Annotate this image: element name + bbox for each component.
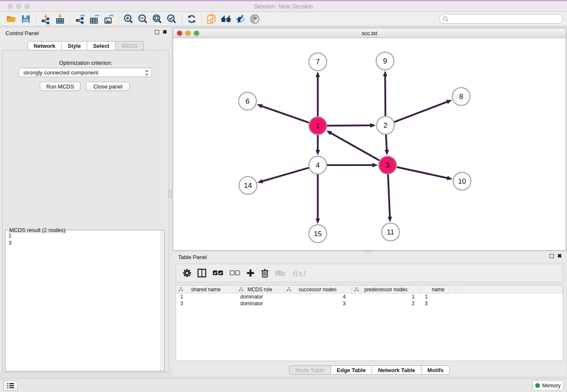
control-panel-header: Control Panel ✖ [0, 28, 171, 38]
zoom-fit-button[interactable] [150, 13, 165, 25]
delete-column-button[interactable] [261, 268, 269, 278]
edge-4-14[interactable] [262, 168, 309, 181]
table-panel-title: Table Panel [178, 254, 207, 260]
node-label-2: 2 [383, 121, 387, 130]
control-panel-title: Control Panel [6, 30, 39, 36]
arrowhead-3-11 [388, 217, 392, 222]
cell-shared-name: 3 [176, 300, 236, 307]
zoom-out-button[interactable] [136, 13, 150, 25]
tab-mcds[interactable]: MCDS [116, 41, 144, 50]
import-network-button[interactable] [39, 13, 53, 25]
select-all-icon [212, 270, 223, 276]
mcds-result-box: MCDS result (2 nodes) 13 [5, 230, 165, 371]
tab-motifs[interactable]: Motifs [421, 365, 450, 375]
edge-1-6[interactable] [261, 106, 309, 123]
create-column-button[interactable] [246, 269, 255, 277]
arrowhead-1-7 [316, 72, 320, 77]
node-label-14: 14 [244, 182, 252, 190]
vertical-splitter-handle[interactable] [168, 190, 172, 198]
memory-button[interactable]: Memory [532, 380, 564, 391]
first-neighbors-icon [220, 14, 232, 25]
cell-predecessor-nodes: 2 [352, 300, 421, 307]
column-pane-icon [197, 268, 206, 278]
tab-network[interactable]: Network [28, 41, 62, 50]
tab-edge-table[interactable]: Edge Table [331, 365, 372, 375]
column-header-shared-name[interactable]: shared name [176, 285, 236, 293]
import-table-button[interactable] [53, 13, 67, 25]
delete-table-icon [275, 269, 286, 277]
edge-2-3[interactable] [386, 135, 387, 151]
first-neighbors-button[interactable] [219, 13, 233, 25]
node-table[interactable]: shared nameMCDS rolesuccessor nodesprede… [176, 285, 563, 361]
application-window: Session: New Session [0, 0, 567, 392]
app-title: Session: New Session [0, 3, 567, 10]
float-panel-icon[interactable] [550, 254, 554, 258]
refresh-icon [187, 14, 197, 24]
export-image-button[interactable] [102, 13, 116, 25]
mcds-result-lines: 13 [8, 232, 11, 246]
search-input[interactable] [451, 15, 560, 23]
export-network-button[interactable] [73, 13, 87, 25]
node-label-4: 4 [316, 161, 319, 169]
tab-select[interactable]: Select [87, 41, 116, 50]
node-label-7: 7 [316, 58, 319, 66]
delete-table-button[interactable] [275, 269, 286, 277]
result-line: 1 [8, 232, 11, 239]
cell-successor-nodes: 3 [284, 300, 352, 307]
edge-1-2[interactable] [327, 125, 371, 126]
function-builder-button[interactable]: f(x) [292, 269, 305, 278]
edge-2-9[interactable] [385, 75, 385, 116]
new-network-from-selection-button[interactable] [204, 13, 219, 25]
network-canvas[interactable]: 7968124314101511 [173, 38, 566, 250]
export-network-icon [74, 14, 85, 25]
float-panel-icon[interactable] [155, 30, 159, 34]
task-list-icon [7, 382, 14, 389]
tab-style[interactable]: Style [62, 41, 87, 50]
refresh-button[interactable] [184, 13, 199, 25]
show-all-button[interactable] [248, 13, 262, 25]
open-session-button[interactable] [4, 13, 19, 25]
select-all-button[interactable] [212, 270, 223, 276]
tab-network-table[interactable]: Network Table [372, 365, 421, 375]
result-scrollbar[interactable] [160, 230, 164, 371]
node-label-1: 1 [316, 122, 319, 130]
column-label: name [432, 287, 444, 293]
column-header-predecessor-nodes[interactable]: predecessor nodes [352, 285, 421, 293]
optimization-criterion-select[interactable]: strongly connected component [19, 68, 152, 77]
column-header-MCDS-role[interactable]: MCDS role [236, 285, 284, 293]
arrowhead-1-2 [370, 123, 376, 127]
column-header-successor-nodes[interactable]: successor nodes [284, 285, 352, 293]
network-view-window: ✕ − + scc.txt 7968124314101511 [173, 28, 566, 251]
edge-3-11[interactable] [388, 174, 390, 218]
titlebar-accent [0, 0, 567, 1]
table-settings-button[interactable] [183, 269, 191, 277]
close-panel-icon[interactable]: ✖ [557, 254, 562, 258]
show-column-panel-button[interactable] [197, 268, 206, 278]
zoom-selected-button[interactable] [165, 13, 179, 25]
export-table-button[interactable] [87, 13, 102, 25]
node-label-8: 8 [459, 93, 463, 101]
column-header-name[interactable]: name [421, 285, 456, 293]
edge-3-1[interactable] [330, 133, 380, 161]
main-toolbar [0, 12, 567, 26]
edge-3-10[interactable] [397, 167, 448, 178]
arrowhead-4-15 [316, 218, 320, 224]
hide-selected-button[interactable] [233, 13, 248, 25]
delete-icon [261, 268, 269, 278]
arrowhead-3-1 [326, 130, 332, 135]
column-label: shared name [191, 287, 220, 293]
deselect-all-button[interactable] [229, 270, 240, 276]
edge-2-8[interactable] [394, 102, 448, 122]
save-session-button[interactable] [19, 13, 33, 25]
zoom-in-button[interactable] [121, 13, 136, 25]
run-mcds-button[interactable]: Run MCDS [40, 82, 80, 91]
tab-node-table[interactable]: Node Table [289, 365, 331, 375]
close-panel-button[interactable]: Close panel [86, 82, 130, 91]
table-row[interactable]: 1dominator411 [176, 293, 563, 300]
dropdown-stepper-icon [144, 69, 150, 77]
table-row[interactable]: 3dominator323 [176, 300, 563, 307]
close-panel-icon[interactable]: ✖ [162, 30, 167, 34]
import-table-icon [55, 14, 66, 25]
task-history-button[interactable] [3, 380, 18, 391]
new-network-from-selection-icon [206, 14, 217, 25]
